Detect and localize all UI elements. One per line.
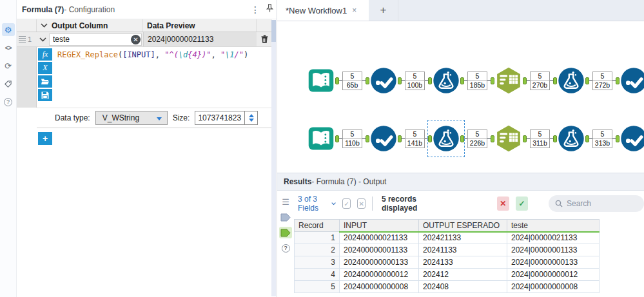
text-input-tool[interactable]	[307, 124, 335, 153]
chevron-down-icon	[157, 117, 162, 120]
config-scrollbar[interactable]	[271, 20, 276, 296]
data-preview-header[interactable]: Data Preview	[147, 21, 195, 30]
folder-open-icon	[41, 78, 50, 85]
formula-token: \1	[225, 50, 234, 59]
fields-dropdown[interactable]: 3 of 3 Fields	[298, 195, 336, 213]
record-number-cell: 5	[295, 281, 340, 293]
help-icon[interactable]: ?	[279, 242, 292, 254]
data-cell: 202400000000133	[340, 256, 419, 269]
results-column-header[interactable]: Record	[295, 220, 340, 232]
data-cell: 202400000000012	[340, 269, 419, 281]
data-cell: 202421133	[419, 232, 507, 244]
chevron-down-icon[interactable]	[39, 37, 46, 42]
table-row: 42024000000000122024122024|00000000012	[295, 269, 600, 281]
tab-new-workflow1[interactable]: *New Workflow1 ×	[277, 0, 369, 21]
open-expression-button[interactable]	[38, 75, 52, 88]
delete-row-button[interactable]	[257, 32, 272, 46]
record-number-cell: 2	[295, 244, 340, 256]
formula-token: [INPUT]	[122, 50, 155, 59]
formula-expression[interactable]: REGEX_Replace([INPUT], "^(\d{4})", "\1/"…	[54, 47, 272, 108]
failed-filter-button[interactable]: ✕	[497, 196, 509, 211]
drag-handle-icon[interactable]	[19, 36, 26, 43]
gear-icon[interactable]: ⚙	[2, 23, 15, 36]
config-subtitle: - Configuration	[64, 5, 115, 14]
formula-token: ,	[211, 50, 220, 59]
chevron-down-icon	[331, 202, 336, 206]
tag-icon[interactable]	[2, 77, 15, 90]
data-preview-value: 2024|00000021133	[143, 32, 257, 46]
help-icon[interactable]: ?	[2, 95, 15, 108]
new-tab-button[interactable]: +	[369, 0, 398, 21]
data-cell: 2024|00000001133	[507, 244, 600, 256]
crosstab-tool[interactable]	[494, 66, 523, 95]
deselect-all-icon[interactable]: ✕	[357, 198, 366, 209]
formula-token: /"	[235, 50, 244, 59]
records-displayed: 5 records displayed	[382, 195, 435, 213]
record-number-cell: 4	[295, 269, 340, 281]
config-left-rail: ⚙ <> ⟳ ?	[0, 0, 17, 297]
config-title: Formula (7)	[22, 5, 64, 14]
list-view-icon[interactable]: ☰	[279, 196, 292, 207]
workflow-row: 5110b5141b5226b5311b5313b	[307, 124, 644, 153]
kebab-menu-icon[interactable]: ⋮	[248, 5, 262, 15]
search-box	[549, 195, 644, 212]
output-anchor-icon[interactable]	[279, 227, 292, 238]
clear-field-icon[interactable]: ✕	[131, 35, 141, 44]
results-column-header[interactable]: INPUT	[340, 220, 419, 232]
formula-tool[interactable]	[557, 124, 585, 153]
results-column-header[interactable]: teste	[507, 220, 600, 232]
datatype-row: Data type: V_WString Size:	[37, 108, 272, 128]
record-number-cell: 3	[295, 256, 340, 269]
tab-label: *New Workflow1	[286, 6, 347, 15]
formula-token: "^(	[164, 50, 179, 59]
search-input[interactable]	[567, 199, 638, 208]
add-column-button[interactable]: +	[38, 132, 52, 145]
data-cell: 202408	[419, 281, 507, 293]
connection-label: 5311b	[530, 129, 550, 148]
variables-button[interactable]: X	[38, 62, 52, 74]
results-column-header[interactable]: OUTPUT ESPERADO	[419, 220, 507, 232]
data-cell: 202400000021133	[340, 232, 419, 244]
datatype-dropdown[interactable]: V_WString	[95, 111, 168, 125]
pin-icon[interactable]	[262, 4, 277, 15]
connection-label: 565b	[342, 72, 362, 90]
spin-down-icon[interactable]	[249, 119, 254, 122]
size-input[interactable]	[195, 111, 245, 125]
crosstab-tool[interactable]	[494, 124, 523, 153]
connection-label: 5226b	[467, 129, 487, 148]
formula-tool[interactable]	[557, 66, 585, 95]
text-input-tool[interactable]	[307, 66, 335, 95]
datatype-label: Data type:	[55, 113, 90, 122]
results-body: 12024000000211332024211332024|0000002113…	[295, 232, 600, 293]
results-left-rail: ☰ ?	[277, 191, 294, 297]
table-row: 12024000000211332024211332024|0000002113…	[295, 232, 600, 244]
functions-button[interactable]: fx	[38, 48, 52, 61]
output-column-header[interactable]: Output Column	[52, 21, 108, 30]
select-all-checkbox-icon[interactable]: ✓	[342, 198, 351, 209]
size-stepper[interactable]	[245, 111, 258, 125]
select-tool[interactable]	[620, 66, 644, 95]
save-expression-button[interactable]	[38, 89, 52, 101]
chevron-down-icon[interactable]	[41, 23, 48, 28]
output-column-input[interactable]	[49, 34, 142, 46]
select-tool[interactable]	[620, 124, 644, 153]
code-icon[interactable]: <>	[2, 41, 15, 54]
spin-up-icon[interactable]	[249, 114, 254, 117]
close-tab-icon[interactable]: ×	[352, 6, 356, 15]
select-tool[interactable]	[369, 124, 398, 153]
table-row: 52024000000000082024082024|00000000008	[295, 281, 600, 293]
passed-filter-button[interactable]: ✓	[516, 196, 528, 211]
trash-icon	[260, 35, 269, 44]
input-anchor-icon[interactable]	[279, 211, 292, 223]
formula-field-row: 1 ✕ 2024|00000021133	[17, 32, 272, 47]
results-title-rest: - Formula (7) - Output	[311, 177, 386, 186]
select-tool[interactable]	[369, 66, 398, 95]
results-title-bold: Results	[284, 177, 311, 186]
table-row: 2202400000001133202411332024|00000001133	[295, 244, 600, 256]
workflow-canvas[interactable]: 565b5100b5185b5270b5272b 5110b5141b5226b…	[277, 21, 644, 173]
formula-tool[interactable]	[432, 66, 460, 95]
refresh-icon[interactable]: ⟳	[2, 59, 15, 72]
formula-tool[interactable]	[432, 124, 460, 153]
data-cell: 202400000000008	[340, 281, 419, 293]
datatype-value: V_WString	[102, 113, 139, 122]
